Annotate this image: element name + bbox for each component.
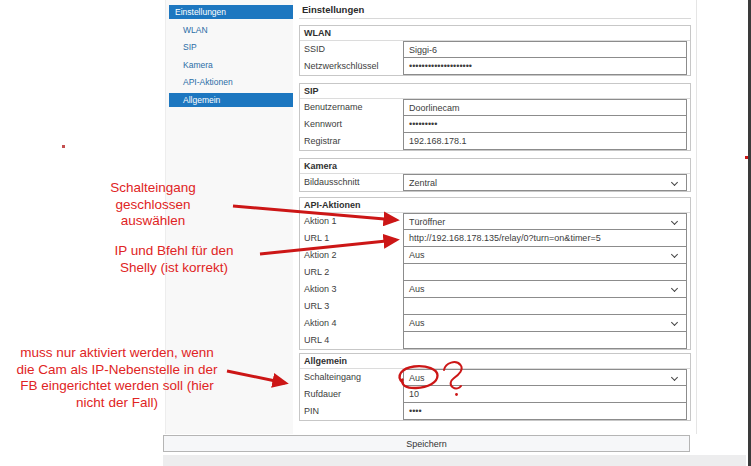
input-url-1[interactable]: http://192.168.178.135/relay/0?turn=on&t… [403, 230, 687, 247]
section-title: Kamera [300, 159, 690, 174]
field-value: ••••••••• [409, 119, 437, 129]
field-value: •••••••••••••••••••• [409, 61, 472, 71]
annotation-line: Schalteingang [88, 180, 218, 197]
field-label: Registrar [300, 133, 403, 150]
settings-row: Aktion 1Türöffner [300, 213, 690, 230]
field-value: Aus [409, 250, 425, 260]
settings-row: PIN•••• [300, 403, 690, 420]
annotation-note-ip-nebenstelle: muss nur aktiviert werden, wenndie Cam a… [8, 345, 226, 411]
section-kamera: KameraBildausschnittZentral [299, 158, 691, 192]
field-label: URL 1 [300, 230, 403, 247]
section-title: WLAN [300, 26, 690, 41]
select-aktion-2[interactable]: Aus [403, 247, 687, 264]
field-label: SSID [300, 41, 403, 58]
settings-row: Aktion 4Aus [300, 315, 690, 332]
field-value: Zentral [409, 178, 437, 188]
settings-row: Kennwort••••••••• [300, 116, 690, 133]
field-label: URL 3 [300, 298, 403, 315]
settings-row: URL 1http://192.168.178.135/relay/0?turn… [300, 230, 690, 247]
input-url-3[interactable] [403, 298, 687, 315]
select-bildausschnitt[interactable]: Zentral [403, 174, 687, 191]
select-aktion-3[interactable]: Aus [403, 281, 687, 298]
select-aktion-4[interactable]: Aus [403, 315, 687, 332]
field-value: 192.168.178.1 [409, 136, 467, 146]
settings-row: Aktion 3Aus [300, 281, 690, 298]
field-label: Netzwerkschlüssel [300, 58, 403, 75]
input-registrar[interactable]: 192.168.178.1 [403, 133, 687, 150]
field-value: Aus [409, 284, 425, 294]
field-label: Kennwort [300, 116, 403, 133]
settings-row: BildausschnittZentral [300, 174, 690, 191]
field-label: URL 2 [300, 264, 403, 281]
settings-row: URL 3 [300, 298, 690, 315]
section-allgemein: AllgemeinSchalteingangAusRufdauer10PIN••… [299, 353, 691, 421]
settings-row: Netzwerkschlüssel•••••••••••••••••••• [300, 58, 690, 75]
input-ssid[interactable]: Siggi-6 [403, 41, 687, 58]
settings-row: SchalteingangAus [300, 369, 690, 386]
select-aktion-1[interactable]: Türöffner [403, 213, 687, 230]
chevron-down-icon [671, 285, 678, 292]
save-button[interactable]: Speichern [163, 435, 690, 452]
field-label: Aktion 2 [300, 247, 403, 264]
field-value: Aus [409, 318, 425, 328]
field-label: Schalteingang [300, 369, 403, 386]
input-rufdauer[interactable]: 10 [403, 386, 687, 403]
sidebar-header-einstellungen[interactable]: Einstellungen [169, 5, 294, 19]
select-schalteingang[interactable]: Aus [403, 369, 687, 386]
chevron-down-icon [671, 218, 678, 225]
input-netzwerkschl-ssel[interactable]: •••••••••••••••••••• [403, 58, 687, 75]
stray-red-mark-left [62, 145, 65, 148]
field-value: 10 [409, 389, 419, 399]
field-label: Aktion 4 [300, 315, 403, 332]
section-title: API-Aktionen [300, 198, 690, 213]
chevron-down-icon [671, 319, 678, 326]
chevron-down-icon [671, 374, 678, 381]
section-api-aktionen: API-AktionenAktion 1TüröffnerURL 1http:/… [299, 197, 691, 350]
settings-screenshot: Einstellungen WLANSIPKameraAPI-AktionenA… [0, 0, 751, 466]
section-sip: SIPBenutzernameDoorlinecamKennwort••••••… [299, 83, 691, 151]
field-value: Doorlinecam [409, 103, 460, 113]
field-value: http://192.168.178.135/relay/0?turn=on&t… [409, 233, 601, 243]
sidebar-item-sip[interactable]: SIP [169, 40, 294, 54]
input-benutzername[interactable]: Doorlinecam [403, 99, 687, 116]
annotation-line: geschlossen auswählen [88, 197, 218, 230]
annotation-line: nicht der Fall) [8, 395, 226, 412]
input-url-4[interactable] [403, 332, 687, 349]
input-url-2[interactable] [403, 264, 687, 281]
annotation-line: Shelly (ist korrekt) [108, 260, 240, 277]
field-label: URL 4 [300, 332, 403, 349]
settings-row: Rufdauer10 [300, 386, 690, 403]
page-title: Einstellungen [299, 0, 691, 19]
sidebar-item-kamera[interactable]: Kamera [169, 58, 294, 72]
field-label: Aktion 1 [300, 213, 403, 230]
settings-row: Aktion 2Aus [300, 247, 690, 264]
input-pin[interactable]: •••• [403, 403, 687, 420]
sidebar-item-wlan[interactable]: WLAN [169, 23, 294, 37]
section-title: SIP [300, 84, 690, 99]
annotation-line: FB eingerichtet werden soll (hier [8, 378, 226, 395]
field-value: Siggi-6 [409, 45, 437, 55]
field-label: Bildausschnitt [300, 174, 403, 191]
section-title: Allgemein [300, 354, 690, 369]
annotation-line: IP und Bfehl für den [108, 243, 240, 260]
sidebar-item-api-aktionen[interactable]: API-Aktionen [169, 75, 294, 89]
settings-row: URL 4 [300, 332, 690, 349]
input-kennwort[interactable]: ••••••••• [403, 116, 687, 133]
annotation-line: die Cam als IP-Nebenstelle in der [8, 362, 226, 379]
annotation-line: muss nur aktiviert werden, wenn [8, 345, 226, 362]
field-label: Aktion 3 [300, 281, 403, 298]
field-value: Türöffner [409, 217, 445, 227]
annotation-note-schalteingang: Schalteinganggeschlossen auswählen [88, 180, 218, 230]
field-label: PIN [300, 403, 403, 420]
chevron-down-icon [671, 179, 678, 186]
settings-row: SSIDSiggi-6 [300, 41, 690, 58]
annotation-note-shelly: IP und Bfehl für denShelly (ist korrekt) [108, 243, 240, 276]
field-value: Aus [409, 373, 425, 383]
field-value: •••• [409, 406, 422, 416]
settings-panel: Einstellungen WLANSSIDSiggi-6Netzwerksch… [293, 0, 697, 434]
settings-row: BenutzernameDoorlinecam [300, 99, 690, 116]
settings-row: Registrar192.168.178.1 [300, 133, 690, 150]
field-label: Benutzername [300, 99, 403, 116]
footer-strip [163, 455, 746, 466]
sidebar-item-allgemein[interactable]: Allgemein [169, 93, 294, 107]
